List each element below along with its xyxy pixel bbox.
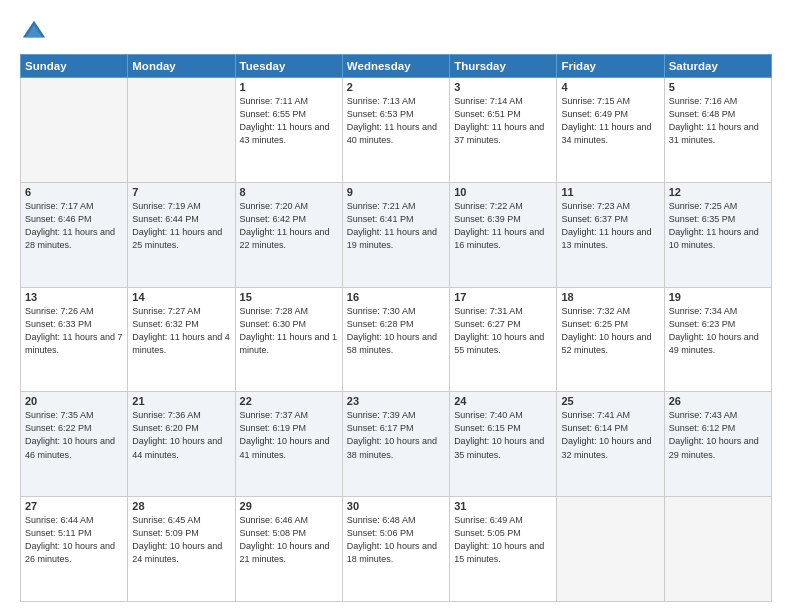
day-number: 12 (669, 186, 767, 198)
calendar-cell: 24Sunrise: 7:40 AM Sunset: 6:15 PM Dayli… (450, 392, 557, 497)
day-number: 2 (347, 81, 445, 93)
day-number: 8 (240, 186, 338, 198)
day-info: Sunrise: 7:25 AM Sunset: 6:35 PM Dayligh… (669, 200, 767, 252)
logo (20, 18, 50, 46)
day-number: 17 (454, 291, 552, 303)
calendar-cell (557, 497, 664, 602)
header (20, 18, 772, 46)
calendar-cell: 28Sunrise: 6:45 AM Sunset: 5:09 PM Dayli… (128, 497, 235, 602)
day-info: Sunrise: 7:15 AM Sunset: 6:49 PM Dayligh… (561, 95, 659, 147)
page: SundayMondayTuesdayWednesdayThursdayFrid… (0, 0, 792, 612)
day-info: Sunrise: 6:49 AM Sunset: 5:05 PM Dayligh… (454, 514, 552, 566)
calendar-cell: 29Sunrise: 6:46 AM Sunset: 5:08 PM Dayli… (235, 497, 342, 602)
weekday-header-saturday: Saturday (664, 55, 771, 78)
day-info: Sunrise: 7:21 AM Sunset: 6:41 PM Dayligh… (347, 200, 445, 252)
day-number: 30 (347, 500, 445, 512)
calendar-cell: 31Sunrise: 6:49 AM Sunset: 5:05 PM Dayli… (450, 497, 557, 602)
calendar-cell: 23Sunrise: 7:39 AM Sunset: 6:17 PM Dayli… (342, 392, 449, 497)
day-number: 5 (669, 81, 767, 93)
day-info: Sunrise: 7:36 AM Sunset: 6:20 PM Dayligh… (132, 409, 230, 461)
calendar-cell: 3Sunrise: 7:14 AM Sunset: 6:51 PM Daylig… (450, 78, 557, 183)
day-number: 11 (561, 186, 659, 198)
calendar-cell: 1Sunrise: 7:11 AM Sunset: 6:55 PM Daylig… (235, 78, 342, 183)
day-number: 1 (240, 81, 338, 93)
day-info: Sunrise: 7:31 AM Sunset: 6:27 PM Dayligh… (454, 305, 552, 357)
weekday-header-tuesday: Tuesday (235, 55, 342, 78)
day-info: Sunrise: 7:30 AM Sunset: 6:28 PM Dayligh… (347, 305, 445, 357)
day-info: Sunrise: 7:17 AM Sunset: 6:46 PM Dayligh… (25, 200, 123, 252)
calendar-cell: 27Sunrise: 6:44 AM Sunset: 5:11 PM Dayli… (21, 497, 128, 602)
day-info: Sunrise: 7:41 AM Sunset: 6:14 PM Dayligh… (561, 409, 659, 461)
calendar-cell: 8Sunrise: 7:20 AM Sunset: 6:42 PM Daylig… (235, 182, 342, 287)
calendar-week-row: 6Sunrise: 7:17 AM Sunset: 6:46 PM Daylig… (21, 182, 772, 287)
day-number: 4 (561, 81, 659, 93)
day-number: 25 (561, 395, 659, 407)
day-number: 19 (669, 291, 767, 303)
day-number: 9 (347, 186, 445, 198)
day-number: 15 (240, 291, 338, 303)
day-number: 24 (454, 395, 552, 407)
day-info: Sunrise: 7:26 AM Sunset: 6:33 PM Dayligh… (25, 305, 123, 357)
day-info: Sunrise: 6:45 AM Sunset: 5:09 PM Dayligh… (132, 514, 230, 566)
day-number: 6 (25, 186, 123, 198)
calendar-cell: 13Sunrise: 7:26 AM Sunset: 6:33 PM Dayli… (21, 287, 128, 392)
calendar-week-row: 1Sunrise: 7:11 AM Sunset: 6:55 PM Daylig… (21, 78, 772, 183)
calendar-cell: 18Sunrise: 7:32 AM Sunset: 6:25 PM Dayli… (557, 287, 664, 392)
day-number: 21 (132, 395, 230, 407)
day-number: 18 (561, 291, 659, 303)
calendar-cell: 4Sunrise: 7:15 AM Sunset: 6:49 PM Daylig… (557, 78, 664, 183)
day-info: Sunrise: 7:37 AM Sunset: 6:19 PM Dayligh… (240, 409, 338, 461)
calendar-cell: 26Sunrise: 7:43 AM Sunset: 6:12 PM Dayli… (664, 392, 771, 497)
day-number: 10 (454, 186, 552, 198)
day-info: Sunrise: 7:19 AM Sunset: 6:44 PM Dayligh… (132, 200, 230, 252)
day-info: Sunrise: 7:14 AM Sunset: 6:51 PM Dayligh… (454, 95, 552, 147)
day-number: 14 (132, 291, 230, 303)
day-info: Sunrise: 7:35 AM Sunset: 6:22 PM Dayligh… (25, 409, 123, 461)
calendar-cell: 2Sunrise: 7:13 AM Sunset: 6:53 PM Daylig… (342, 78, 449, 183)
day-number: 23 (347, 395, 445, 407)
weekday-header-friday: Friday (557, 55, 664, 78)
calendar-cell: 17Sunrise: 7:31 AM Sunset: 6:27 PM Dayli… (450, 287, 557, 392)
calendar-cell: 19Sunrise: 7:34 AM Sunset: 6:23 PM Dayli… (664, 287, 771, 392)
calendar-cell: 25Sunrise: 7:41 AM Sunset: 6:14 PM Dayli… (557, 392, 664, 497)
day-info: Sunrise: 7:28 AM Sunset: 6:30 PM Dayligh… (240, 305, 338, 357)
day-number: 27 (25, 500, 123, 512)
calendar-cell: 14Sunrise: 7:27 AM Sunset: 6:32 PM Dayli… (128, 287, 235, 392)
logo-icon (20, 18, 48, 46)
day-number: 20 (25, 395, 123, 407)
day-number: 28 (132, 500, 230, 512)
calendar-cell: 22Sunrise: 7:37 AM Sunset: 6:19 PM Dayli… (235, 392, 342, 497)
weekday-header-wednesday: Wednesday (342, 55, 449, 78)
calendar-cell: 7Sunrise: 7:19 AM Sunset: 6:44 PM Daylig… (128, 182, 235, 287)
day-info: Sunrise: 7:39 AM Sunset: 6:17 PM Dayligh… (347, 409, 445, 461)
day-number: 26 (669, 395, 767, 407)
calendar-cell: 5Sunrise: 7:16 AM Sunset: 6:48 PM Daylig… (664, 78, 771, 183)
calendar-cell: 11Sunrise: 7:23 AM Sunset: 6:37 PM Dayli… (557, 182, 664, 287)
day-info: Sunrise: 7:43 AM Sunset: 6:12 PM Dayligh… (669, 409, 767, 461)
weekday-header-sunday: Sunday (21, 55, 128, 78)
day-info: Sunrise: 7:22 AM Sunset: 6:39 PM Dayligh… (454, 200, 552, 252)
calendar-cell: 20Sunrise: 7:35 AM Sunset: 6:22 PM Dayli… (21, 392, 128, 497)
calendar-cell: 15Sunrise: 7:28 AM Sunset: 6:30 PM Dayli… (235, 287, 342, 392)
day-number: 7 (132, 186, 230, 198)
calendar-week-row: 20Sunrise: 7:35 AM Sunset: 6:22 PM Dayli… (21, 392, 772, 497)
day-info: Sunrise: 7:40 AM Sunset: 6:15 PM Dayligh… (454, 409, 552, 461)
calendar-cell: 6Sunrise: 7:17 AM Sunset: 6:46 PM Daylig… (21, 182, 128, 287)
calendar-week-row: 13Sunrise: 7:26 AM Sunset: 6:33 PM Dayli… (21, 287, 772, 392)
day-info: Sunrise: 6:46 AM Sunset: 5:08 PM Dayligh… (240, 514, 338, 566)
day-number: 22 (240, 395, 338, 407)
day-info: Sunrise: 7:34 AM Sunset: 6:23 PM Dayligh… (669, 305, 767, 357)
calendar-cell (664, 497, 771, 602)
calendar-cell: 21Sunrise: 7:36 AM Sunset: 6:20 PM Dayli… (128, 392, 235, 497)
day-number: 29 (240, 500, 338, 512)
day-number: 16 (347, 291, 445, 303)
calendar-table: SundayMondayTuesdayWednesdayThursdayFrid… (20, 54, 772, 602)
calendar-cell: 9Sunrise: 7:21 AM Sunset: 6:41 PM Daylig… (342, 182, 449, 287)
calendar-cell: 30Sunrise: 6:48 AM Sunset: 5:06 PM Dayli… (342, 497, 449, 602)
day-info: Sunrise: 6:44 AM Sunset: 5:11 PM Dayligh… (25, 514, 123, 566)
day-info: Sunrise: 7:27 AM Sunset: 6:32 PM Dayligh… (132, 305, 230, 357)
day-number: 13 (25, 291, 123, 303)
calendar-cell (21, 78, 128, 183)
day-info: Sunrise: 7:13 AM Sunset: 6:53 PM Dayligh… (347, 95, 445, 147)
day-number: 3 (454, 81, 552, 93)
